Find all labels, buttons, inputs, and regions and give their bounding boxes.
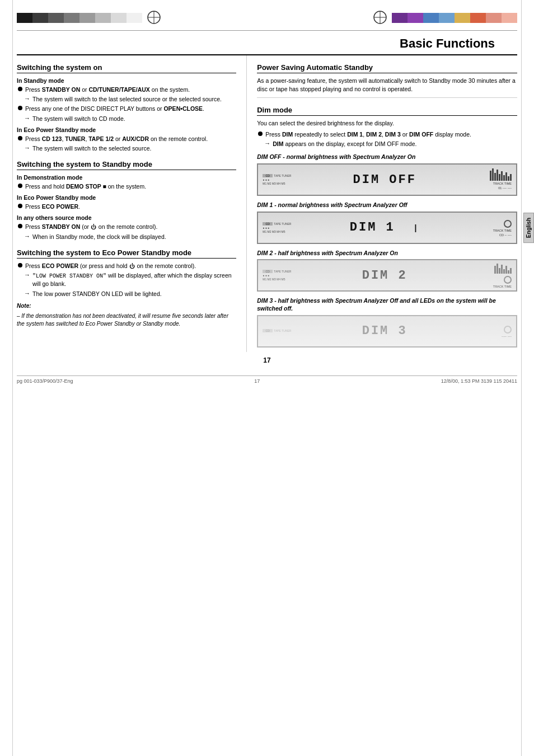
bullet-eco-power: Press ECO POWER. — [17, 203, 236, 210]
subsection-demo-mode: In Demonstration mode — [17, 174, 236, 181]
footer-center: 17 — [254, 378, 260, 384]
panel-row: ● ● ● — [263, 274, 291, 277]
s-bar — [501, 171, 503, 181]
arrow-text-selected-source: The system will switch to the selected s… — [32, 144, 151, 152]
bullet-demo-stop: Press and hold DEMO STOP ■ on the system… — [17, 182, 236, 190]
page-title: Basic Functions — [400, 36, 495, 50]
panel-text: ● ● ● — [263, 274, 269, 277]
arrow-icon: → — [24, 271, 30, 278]
panel-row: CD TAPE TUNER — [263, 329, 291, 332]
s-bar — [508, 176, 509, 181]
header-area — [0, 0, 534, 26]
dim2-section: DIM 2 - half brightness with Spectrum An… — [257, 250, 517, 292]
note-area: Note: – If the demonstration has not bee… — [17, 302, 236, 328]
panel-row: CD TAPE TUNER — [263, 270, 291, 273]
dim3-section: DIM 3 - half brightness with Spectrum An… — [257, 297, 517, 347]
section-switch-on: Switching the system on In Standby mode … — [17, 63, 236, 152]
power-saving-text: As a power-saving feature, the system wi… — [257, 77, 517, 93]
dim3-display: CD TAPE TUNER DIM 3 ----- ---- — [257, 315, 517, 348]
color-bar-purple1 — [392, 13, 407, 23]
spectrum-bars-off — [490, 170, 512, 181]
panel-row: M1 M2 M3 M4 M5 — [263, 182, 291, 185]
bullet-text-eco-power-main: Press ECO POWER (or press and hold ⏻ on … — [25, 262, 236, 270]
dim3-center-text: DIM 3 — [291, 324, 478, 338]
right-small-text: 01 ---- ---- — [498, 186, 512, 190]
section-eco-power: Switching the system to Eco Power Standb… — [17, 248, 236, 328]
bullet-dot — [18, 263, 22, 267]
s-bar — [499, 268, 500, 274]
panel-text: ● ● ● — [263, 178, 269, 181]
section-title-switch-on: Switching the system on — [17, 63, 236, 73]
dim-off-caption: DIM OFF - normal brightness with Spectru… — [257, 153, 517, 161]
panel-row: M1 M2 M3 M4 M5 — [263, 230, 291, 233]
s-bar — [494, 173, 496, 181]
panel-row: CD TAPE TUNER — [263, 174, 291, 177]
arrow-text-cd-mode: The system will switch to CD mode. — [32, 115, 125, 123]
panel-text: M1 M2 M3 M4 M5 — [263, 278, 285, 281]
arrow-last-source: → The system will switch to the last sel… — [17, 95, 236, 103]
dim-off-display: CD TAPE TUNER ● ● ● M1 M2 M3 M4 M5 DIM O… — [257, 163, 517, 196]
dim2-left-panel: CD TAPE TUNER ● ● ● M1 M2 M3 M4 M5 — [263, 270, 291, 281]
section-title-dim: Dim mode — [257, 106, 517, 116]
subsection-eco-power-standby: In Eco Power Standby mode — [17, 126, 236, 133]
bullet-standby-on: Press STANDBY ON or CD/TUNER/TAPE/AUX on… — [17, 86, 236, 93]
arrow-text-led: The low power STANDBY ON LED will be lig… — [32, 290, 162, 298]
arrow-text-clock: When in Standby mode, the clock will be … — [32, 233, 166, 241]
s-bar — [496, 170, 498, 181]
panel-text: TAPE TUNER — [274, 329, 291, 332]
page-number: 17 — [0, 356, 534, 364]
color-bar — [79, 13, 95, 23]
spectrum-bars-dim2 — [494, 262, 512, 274]
s-bar — [494, 266, 496, 274]
dim2-caption: DIM 2 - half brightness with Spectrum An… — [257, 250, 517, 257]
color-bar — [17, 13, 32, 23]
arrow-cd-mode: → The system will switch to CD mode. — [17, 115, 236, 123]
panel-row: ● ● ● — [263, 226, 291, 229]
dim1-caption: DIM 1 - normal brightness with Spectrum … — [257, 201, 517, 209]
bullet-dot — [18, 204, 22, 208]
dim1-center-text: DIM 1 | — [291, 220, 478, 234]
dim-off-section: DIM OFF - normal brightness with Spectru… — [257, 153, 517, 196]
s-bar — [501, 265, 503, 274]
arrow-icon: → — [24, 95, 30, 102]
s-bar — [496, 264, 498, 274]
color-bar — [111, 13, 127, 23]
s-bar — [510, 268, 512, 274]
dim1-section: DIM 1 - normal brightness with Spectrum … — [257, 201, 517, 244]
subsection-standby-mode: In Standby mode — [17, 77, 236, 84]
section-dim-mode: Dim mode You can select the desired brig… — [257, 106, 517, 347]
bullet-standby-on-others: Press STANDBY ON (or ⏻ on the remote con… — [17, 223, 236, 231]
page-border-right — [521, 0, 522, 756]
section-title-power-saving: Power Saving Automatic Standby — [257, 63, 517, 73]
circle-icon — [504, 326, 512, 334]
dim3-left-panel: CD TAPE TUNER — [263, 329, 291, 333]
dim-left-panel: CD TAPE TUNER ● ● ● M1 M2 M3 M4 M5 — [263, 174, 291, 185]
s-bar — [503, 269, 505, 274]
bullet-dim-press: Press DIM repeatedly to select DIM 1, DI… — [257, 130, 517, 138]
color-bar — [64, 13, 79, 23]
s-bar — [490, 171, 491, 181]
section-to-standby: Switching the system to Standby mode In … — [17, 160, 236, 241]
arrow-selected-source: → The system will switch to the selected… — [17, 144, 236, 152]
circle-icon — [504, 276, 512, 284]
dim3-right-panel: ----- ---- — [478, 325, 512, 338]
note-text: – If the demonstration has not been deac… — [17, 312, 236, 328]
right-small-text: TRACK TIME — [493, 285, 512, 288]
bullet-disc-direct: Press any one of the DISC DIRECT PLAY bu… — [17, 105, 236, 112]
right-small-text: TRACK TIME — [493, 182, 512, 185]
right-small-text: CD -- ---- — [499, 233, 512, 237]
bullet-dot — [18, 136, 22, 140]
color-bar-gold — [455, 13, 470, 23]
s-bar — [499, 174, 500, 181]
arrow-icon: → — [24, 290, 30, 297]
main-content: Switching the system on In Standby mode … — [0, 55, 534, 352]
panel-text: M1 M2 M3 M4 M5 — [263, 230, 285, 233]
page-border-left — [12, 0, 13, 756]
bullet-text-standby-on: Press STANDBY ON or CD/TUNER/TAPE/AUX on… — [25, 86, 236, 93]
english-tab: English — [523, 213, 534, 243]
panel-text: TAPE TUNER — [274, 270, 291, 273]
dim2-display: CD TAPE TUNER ● ● ● M1 M2 M3 M4 M5 DIM 2 — [257, 259, 517, 292]
color-bar-salmon — [486, 13, 502, 23]
left-column: Switching the system on In Standby mode … — [17, 55, 247, 352]
color-bar — [127, 13, 142, 23]
